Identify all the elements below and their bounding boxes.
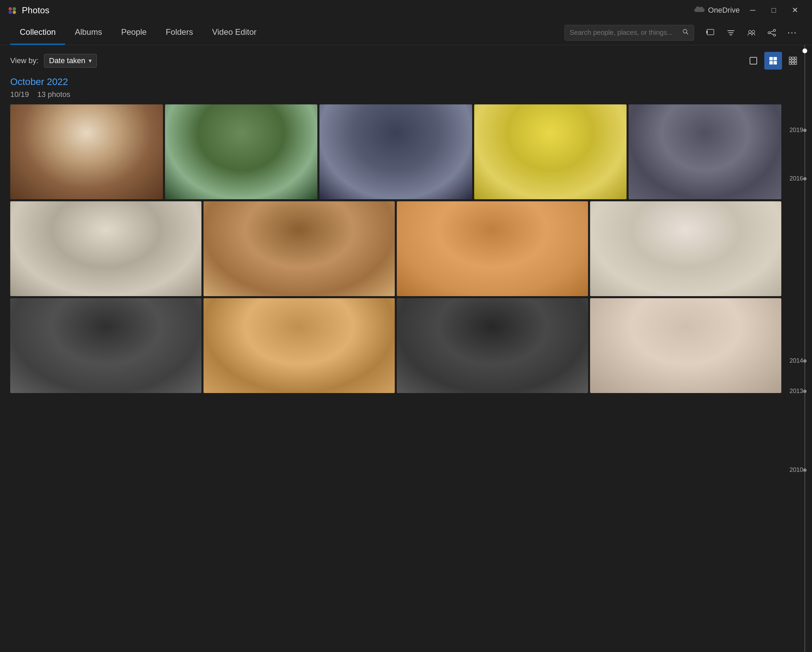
timeline-dot-2019	[803, 129, 807, 132]
onedrive-area: OneDrive	[694, 5, 740, 16]
window-controls: ─ □ ✕	[742, 3, 805, 17]
svg-rect-27	[789, 60, 791, 62]
list-item[interactable]	[397, 298, 588, 393]
tab-folders[interactable]: Folders	[156, 20, 203, 45]
tab-people[interactable]: People	[111, 20, 156, 45]
svg-point-16	[774, 34, 775, 36]
svg-point-13	[752, 31, 755, 33]
onedrive-icon	[694, 5, 705, 16]
timeline-track	[804, 45, 805, 652]
list-item[interactable]	[590, 298, 781, 393]
share-button[interactable]	[762, 24, 781, 41]
titlebar-left: Photos	[7, 5, 49, 16]
list-item[interactable]	[203, 201, 395, 296]
svg-point-15	[774, 29, 775, 31]
list-item[interactable]	[10, 104, 163, 199]
list-item[interactable]	[165, 104, 318, 199]
svg-rect-30	[789, 63, 791, 64]
timeline-current-dot	[803, 49, 807, 53]
timeline-dot-2014	[803, 359, 807, 363]
timeline-panel: 2019 2016 2014 2013 2010	[793, 45, 812, 652]
view-toolbar: View by: Date taken ▾	[10, 52, 802, 70]
timeline-year-2013[interactable]: 2013	[789, 387, 803, 395]
svg-rect-21	[774, 57, 777, 60]
timeline-container: 2019 2016 2014 2013 2010	[793, 45, 812, 652]
tab-collection[interactable]: Collection	[10, 20, 65, 45]
photo-row-1	[10, 104, 781, 199]
svg-rect-24	[789, 57, 791, 59]
svg-point-1	[9, 7, 12, 11]
people-tag-button[interactable]	[742, 24, 761, 41]
svg-rect-19	[750, 57, 757, 64]
view-medium-grid-button[interactable]	[764, 52, 782, 70]
svg-point-4	[12, 11, 16, 14]
chevron-down-icon: ▾	[89, 57, 92, 64]
search-icon	[682, 28, 689, 37]
timeline-year-2019[interactable]: 2019	[789, 127, 803, 134]
timeline-year-2010[interactable]: 2010	[789, 467, 803, 474]
photo-row-2	[10, 201, 781, 296]
section-date: 10/19	[10, 90, 29, 99]
import-button[interactable]	[701, 24, 720, 41]
svg-point-3	[9, 11, 12, 14]
view-by-value: Date taken	[49, 56, 85, 65]
tab-albums-label: Albums	[75, 27, 102, 37]
timeline-year-2016[interactable]: 2016	[789, 175, 803, 182]
list-item[interactable]	[10, 298, 201, 393]
more-options-button[interactable]: ⋯	[783, 24, 802, 41]
maximize-button[interactable]: □	[763, 3, 784, 17]
tab-albums[interactable]: Albums	[65, 20, 111, 45]
section-month-heading[interactable]: October 2022	[10, 77, 781, 87]
svg-rect-0	[7, 5, 18, 16]
list-item[interactable]	[319, 104, 472, 199]
minimize-button[interactable]: ─	[742, 3, 763, 17]
list-item[interactable]	[474, 104, 627, 199]
timeline-dot-2010	[803, 468, 807, 472]
svg-line-6	[687, 32, 688, 34]
onedrive-label: OneDrive	[708, 6, 740, 15]
svg-line-17	[770, 31, 774, 32]
content-area: October 2022 10/19 13 photos	[10, 77, 802, 652]
nav-tabs: Collection Albums People Folders Video E…	[10, 20, 558, 45]
tab-video-editor-label: Video Editor	[212, 27, 256, 37]
tab-people-label: People	[121, 27, 147, 37]
timeline-year-2014[interactable]: 2014	[789, 357, 803, 364]
tab-video-editor[interactable]: Video Editor	[203, 20, 266, 45]
titlebar-right: OneDrive ─ □ ✕	[694, 3, 805, 17]
list-item[interactable]	[203, 298, 395, 393]
list-item[interactable]	[629, 104, 781, 199]
view-by-dropdown[interactable]: Date taken ▾	[44, 54, 97, 67]
svg-point-14	[768, 32, 770, 34]
search-bar[interactable]	[565, 25, 694, 41]
onedrive-cloud-icon	[694, 6, 705, 13]
tab-collection-label: Collection	[20, 27, 56, 37]
svg-rect-8	[706, 31, 708, 34]
list-item[interactable]	[590, 201, 781, 296]
main-content: View by: Date taken ▾	[0, 45, 812, 652]
list-item[interactable]	[10, 201, 201, 296]
view-by-label: View by:	[10, 56, 38, 65]
svg-line-18	[770, 33, 774, 34]
section-photo-count: 13 photos	[38, 90, 70, 99]
svg-rect-23	[774, 61, 777, 64]
more-icon: ⋯	[787, 27, 797, 38]
list-item[interactable]	[397, 201, 588, 296]
app-title: Photos	[22, 5, 49, 16]
svg-rect-20	[769, 57, 773, 60]
titlebar: Photos OneDrive ─ □ ✕	[0, 0, 812, 20]
view-empty-button[interactable]	[745, 52, 762, 70]
timeline-dot-2016	[803, 177, 807, 181]
svg-point-2	[12, 7, 16, 11]
nav-actions: ⋯	[701, 24, 802, 41]
navbar: Collection Albums People Folders Video E…	[0, 20, 812, 45]
svg-rect-22	[769, 61, 773, 64]
photo-row-3	[10, 298, 781, 393]
filter-button[interactable]	[721, 24, 740, 41]
timeline-dot-2013	[803, 390, 807, 393]
svg-rect-7	[707, 29, 714, 35]
search-input[interactable]	[569, 29, 679, 37]
photos-app-icon	[7, 5, 18, 16]
close-button[interactable]: ✕	[785, 3, 805, 17]
svg-point-12	[749, 31, 751, 33]
section-date-info: 10/19 13 photos	[10, 90, 781, 99]
